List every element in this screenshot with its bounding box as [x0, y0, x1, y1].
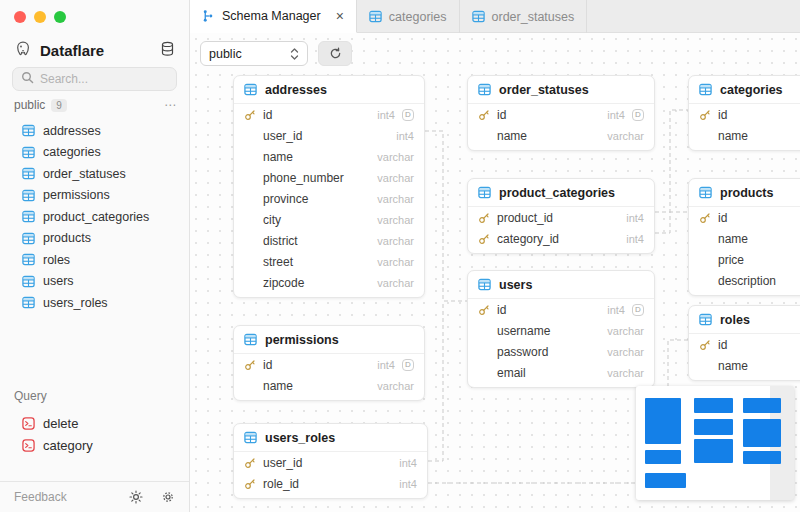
entity-card-products[interactable]: products id name price description — [688, 178, 800, 296]
column-row[interactable]: id — [689, 104, 800, 125]
schema-menu-button[interactable]: ⋯ — [164, 98, 177, 112]
sidebar-item-order-statuses[interactable]: order_statuses — [0, 163, 189, 185]
database-icon[interactable] — [160, 41, 175, 60]
entity-card-permissions[interactable]: permissions id int4 D namevarchar — [233, 325, 425, 401]
column-row[interactable]: price — [689, 249, 800, 270]
column-row[interactable]: namevarchar — [234, 375, 424, 396]
sidebar-item-roles[interactable]: roles — [0, 249, 189, 271]
entity-card-header[interactable]: users — [468, 271, 654, 299]
column-row[interactable]: phone_numbervarchar — [234, 167, 424, 188]
entity-card-header[interactable]: roles — [689, 306, 800, 334]
column-row[interactable]: id int4 D — [468, 104, 654, 125]
minimap-table-rect — [694, 439, 733, 463]
entity-card-product-categories[interactable]: product_categories product_id int4 categ… — [467, 178, 655, 254]
column-row[interactable]: category_id int4 — [468, 228, 654, 249]
column-row[interactable]: passwordvarchar — [468, 341, 654, 362]
entity-card-header[interactable]: addresses — [234, 76, 424, 104]
minimize-window-button[interactable] — [34, 11, 46, 23]
tab-schema-manager[interactable]: Schema Manager × — [190, 0, 357, 33]
column-row[interactable]: namevarchar — [468, 125, 654, 146]
entity-card-header[interactable]: permissions — [234, 326, 424, 354]
query-item-delete[interactable]: delete — [0, 412, 189, 434]
entity-card-header[interactable]: product_categories — [468, 179, 654, 207]
tab-close-icon[interactable]: × — [336, 9, 344, 23]
column-row[interactable]: role_id int4 — [234, 473, 427, 494]
sidebar-item-addresses[interactable]: addresses — [0, 120, 189, 142]
entity-card-order-statuses[interactable]: order_statuses id int4 D namevarchar — [467, 75, 655, 151]
column-row[interactable]: name — [689, 228, 800, 249]
entity-card-header[interactable]: products — [689, 179, 800, 207]
close-window-button[interactable] — [14, 11, 26, 23]
settings-gear-icon[interactable] — [161, 490, 175, 504]
table-icon — [699, 186, 712, 199]
entity-card-users-roles[interactable]: users_roles user_id int4 role_id int4 — [233, 423, 428, 499]
column-row[interactable]: id int4 D — [468, 299, 654, 320]
tab-order-statuses[interactable]: order_statuses — [460, 0, 588, 33]
sidebar-item-label: users_roles — [43, 296, 108, 310]
column-row[interactable]: user_id int4 — [234, 452, 427, 473]
column-row[interactable]: id — [689, 334, 800, 355]
search-box[interactable] — [12, 67, 177, 91]
minimap-table-rect — [743, 398, 781, 413]
app-title: Dataflare — [40, 42, 152, 59]
column-row[interactable]: id int4 D — [234, 104, 424, 125]
schema-name[interactable]: public — [14, 98, 45, 112]
entity-card-header[interactable]: order_statuses — [468, 76, 654, 104]
table-icon — [22, 296, 35, 309]
sidebar-item-users-roles[interactable]: users_roles — [0, 292, 189, 314]
sidebar: Dataflare public 9 ⋯ addresses categorie… — [0, 0, 190, 512]
column-type: int4 — [626, 212, 644, 224]
zoom-window-button[interactable] — [54, 11, 66, 23]
terminal-icon — [22, 417, 35, 430]
column-row[interactable]: user_idint4 — [234, 125, 424, 146]
sidebar-item-permissions[interactable]: permissions — [0, 185, 189, 207]
minimap-table-rect — [694, 419, 733, 435]
terminal-icon — [22, 439, 35, 452]
column-row[interactable]: product_id int4 — [468, 207, 654, 228]
column-row[interactable]: usernamevarchar — [468, 320, 654, 341]
column-row[interactable]: cityvarchar — [234, 209, 424, 230]
search-input[interactable] — [40, 72, 168, 86]
column-row[interactable]: emailvarchar — [468, 362, 654, 383]
column-row[interactable]: provincevarchar — [234, 188, 424, 209]
schema-canvas[interactable]: public addresses id int4 D user_idint4 n… — [190, 33, 800, 512]
schema-icon — [202, 9, 215, 23]
tab-categories[interactable]: categories — [357, 0, 460, 33]
sidebar-item-users[interactable]: users — [0, 271, 189, 293]
column-row[interactable]: zipcodevarchar — [234, 272, 424, 293]
entity-card-header[interactable]: categories — [689, 76, 800, 104]
entity-card-roles[interactable]: roles id name — [688, 305, 800, 381]
minimap-table-rect — [743, 451, 781, 464]
column-name: id — [497, 108, 600, 122]
default-badge: D — [632, 304, 644, 316]
query-item-category[interactable]: category — [0, 434, 189, 456]
theme-toggle-sun-icon[interactable] — [129, 490, 143, 504]
column-row[interactable]: namevarchar — [234, 146, 424, 167]
minimap[interactable] — [636, 386, 794, 500]
entity-card-categories[interactable]: categories id name — [688, 75, 800, 151]
refresh-button[interactable] — [318, 41, 352, 66]
column-row[interactable]: id int4 D — [234, 354, 424, 375]
entity-card-header[interactable]: users_roles — [234, 424, 427, 452]
chevron-up-down-icon — [290, 47, 299, 61]
app-window: Dataflare public 9 ⋯ addresses categorie… — [0, 0, 800, 512]
column-name: id — [497, 303, 600, 317]
tab-label: Schema Manager — [222, 9, 321, 23]
schema-select[interactable]: public — [200, 41, 308, 66]
column-row[interactable]: id — [689, 207, 800, 228]
sidebar-item-categories[interactable]: categories — [0, 142, 189, 164]
column-row[interactable]: streetvarchar — [234, 251, 424, 272]
sidebar-item-product-categories[interactable]: product_categories — [0, 206, 189, 228]
entity-card-addresses[interactable]: addresses id int4 D user_idint4 namevarc… — [233, 75, 425, 298]
column-row[interactable]: description — [689, 270, 800, 291]
table-icon — [22, 146, 35, 159]
column-row[interactable]: name — [689, 125, 800, 146]
sidebar-item-products[interactable]: products — [0, 228, 189, 250]
feedback-link[interactable]: Feedback — [14, 490, 111, 504]
column-row[interactable]: name — [689, 355, 800, 376]
table-icon — [244, 333, 257, 346]
column-row[interactable]: districtvarchar — [234, 230, 424, 251]
column-type: int4 — [626, 233, 644, 245]
entity-card-users[interactable]: users id int4 D usernamevarchar password… — [467, 270, 655, 388]
entity-title: users_roles — [265, 431, 335, 445]
